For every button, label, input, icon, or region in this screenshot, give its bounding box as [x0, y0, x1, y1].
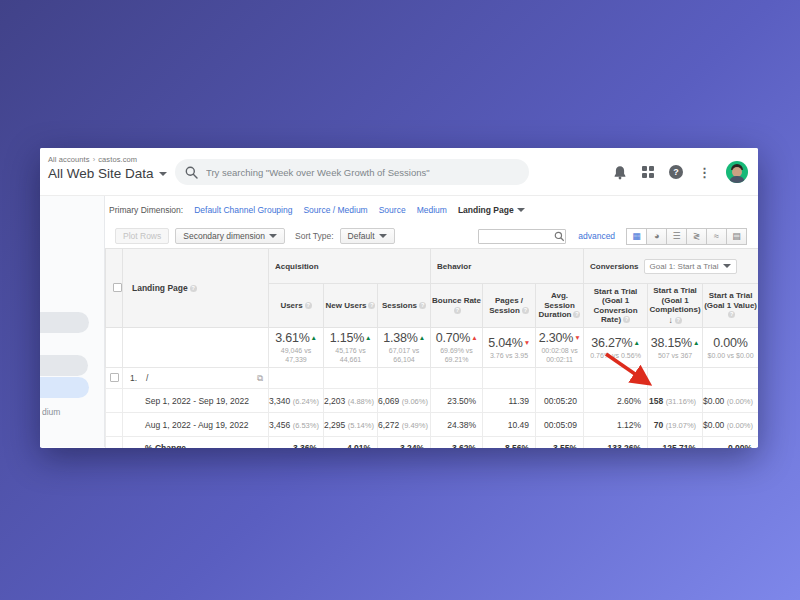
view-percentage-icon[interactable]: ◕: [646, 228, 667, 245]
view-performance-icon[interactable]: ☰: [666, 228, 687, 245]
view-table-icon[interactable]: ▦: [626, 228, 647, 245]
nav-partial-label: dium: [42, 407, 60, 417]
delta-arrow-icon: ▲: [365, 334, 371, 341]
primary-dimension-label: Primary Dimension:: [109, 205, 183, 215]
delta-arrow-icon: ▲: [693, 339, 699, 346]
column-header-users[interactable]: Users: [269, 284, 324, 328]
help-icon[interactable]: ?: [669, 165, 683, 179]
date-range-label: Aug 1, 2022 - Aug 19, 2022: [123, 413, 269, 437]
analytics-window: All accountscastos.com All Web Site Data…: [40, 148, 758, 448]
delta-arrow-icon: ▲: [471, 334, 477, 341]
breadcrumb-all-accounts[interactable]: All accounts: [48, 155, 90, 164]
goal-selector-dropdown[interactable]: Goal 1: Start a Trial: [644, 259, 738, 274]
caret-down-icon: [269, 234, 277, 238]
table-row: Aug 1, 2022 - Aug 19, 2022 3,456 (6.53%)…: [106, 413, 759, 437]
chevron-right-icon: [93, 155, 96, 164]
table-search-box[interactable]: [478, 229, 566, 244]
summary-sessions: 1.38%▲67,017 vs 66,104: [378, 328, 431, 368]
global-search-bar[interactable]: [175, 159, 529, 185]
delta-arrow-icon: ▼: [524, 339, 530, 346]
dimension-source[interactable]: Source: [379, 205, 406, 215]
breadcrumb-account[interactable]: castos.com: [98, 155, 137, 164]
column-header-bounce-rate[interactable]: Bounce Rate: [431, 284, 483, 328]
report-toolbar: Plot Rows Secondary dimension Sort Type:…: [105, 224, 758, 248]
caret-down-icon: [723, 264, 731, 268]
apps-grid-icon[interactable]: [642, 166, 654, 178]
help-icon[interactable]: [623, 316, 630, 323]
percent-change-row: % Change -3.36% -4.01% -3.24% -3.62% 8.5…: [106, 437, 759, 448]
notifications-icon[interactable]: [613, 165, 627, 180]
group-header-conversions: Conversions Goal 1: Start a Trial: [584, 249, 758, 284]
secondary-dimension-button[interactable]: Secondary dimension: [175, 228, 285, 244]
property-selector[interactable]: All Web Site Data: [48, 166, 167, 181]
column-header-goal-value[interactable]: Start a Trial (Goal 1 Value): [703, 284, 758, 328]
sort-desc-icon[interactable]: ↓: [668, 315, 672, 325]
caret-down-icon: [159, 172, 167, 176]
search-icon: [554, 231, 565, 242]
group-header-acquisition: Acquisition: [269, 249, 431, 284]
help-icon[interactable]: [675, 317, 682, 324]
view-switcher: ▦ ◕ ☰ ≷ ≈ ▤: [627, 228, 747, 245]
open-page-icon[interactable]: ⧉: [257, 373, 263, 384]
view-term-cloud-icon[interactable]: ≈: [706, 228, 727, 245]
avatar[interactable]: [726, 161, 748, 183]
account-switcher[interactable]: All accountscastos.com All Web Site Data: [48, 155, 167, 181]
help-icon[interactable]: [522, 307, 529, 314]
column-header-goal-conversion-rate[interactable]: Start a Trial (Goal 1 Conversion Rate): [584, 284, 648, 328]
summary-bounce-rate: 0.70%▲69.69% vs 69.21%: [431, 328, 483, 368]
column-header-landing-page[interactable]: Landing Page: [123, 249, 269, 328]
nav-skeleton-pill: [40, 312, 89, 333]
sort-type-dropdown[interactable]: Default: [340, 228, 395, 244]
summary-new-users: 1.15%▲45,176 vs 44,661: [324, 328, 378, 368]
table-search-input[interactable]: [479, 232, 554, 241]
select-all-checkbox[interactable]: [113, 283, 122, 292]
property-name: All Web Site Data: [48, 166, 154, 181]
nav-skeleton-pill: [40, 355, 88, 376]
report-table: Landing Page Acquisition Behavior Conver…: [105, 248, 758, 448]
dimension-landing-page-selected[interactable]: Landing Page: [458, 205, 525, 215]
help-icon[interactable]: [419, 302, 426, 309]
landing-page-value[interactable]: /: [146, 373, 148, 383]
primary-dimension-row: Primary Dimension: Default Channel Group…: [105, 196, 758, 224]
help-icon[interactable]: [573, 311, 580, 318]
group-header-behavior: Behavior: [431, 249, 584, 284]
column-header-sessions[interactable]: Sessions: [378, 284, 431, 328]
delta-arrow-icon: ▼: [574, 334, 580, 341]
help-icon[interactable]: [368, 302, 375, 309]
column-header-pages-session[interactable]: Pages / Session: [483, 284, 536, 328]
summary-completions: 38.15%▲507 vs 367: [648, 328, 703, 368]
column-header-new-users[interactable]: New Users: [324, 284, 378, 328]
nav-active-pill[interactable]: [40, 377, 89, 398]
column-header-avg-session-duration[interactable]: Avg. Session Duration: [536, 284, 584, 328]
delta-arrow-icon: ▲: [311, 334, 317, 341]
caret-down-icon: [517, 208, 525, 212]
summary-avg-duration: 2.30%▼00:02:08 vs 00:02:11: [536, 328, 584, 368]
highlighted-completions-cell: 158 (31.16%): [648, 389, 703, 413]
summary-goal-value: 0.00%$0.00 vs $0.00: [703, 328, 758, 368]
delta-arrow-icon: ▲: [419, 334, 425, 341]
dimension-default-channel-grouping[interactable]: Default Channel Grouping: [194, 205, 292, 215]
help-icon[interactable]: [190, 285, 197, 292]
summary-conversion-rate: 36.27%▲0.76% vs 0.56%: [584, 328, 648, 368]
summary-users: 3.61%▲49,046 vs 47,339: [269, 328, 324, 368]
advanced-search-link[interactable]: advanced: [578, 231, 615, 241]
left-nav-panel: dium: [40, 196, 105, 447]
help-icon[interactable]: [305, 302, 312, 309]
dimension-medium[interactable]: Medium: [417, 205, 447, 215]
help-icon[interactable]: [728, 311, 735, 318]
summary-pages-session: 5.04%▼3.76 vs 3.95: [483, 328, 536, 368]
table-row: Sep 1, 2022 - Sep 19, 2022 3,340 (6.24%)…: [106, 389, 759, 413]
column-header-goal-completions[interactable]: Start a Trial (Goal 1 Completions) ↓: [648, 284, 703, 328]
view-pivot-icon[interactable]: ▤: [726, 228, 747, 245]
dimension-source-medium[interactable]: Source / Medium: [303, 205, 367, 215]
view-comparison-icon[interactable]: ≷: [686, 228, 707, 245]
search-icon: [185, 166, 198, 179]
help-icon[interactable]: [454, 307, 461, 314]
kebab-menu-icon[interactable]: ⋮: [698, 165, 711, 180]
row-index: 1.: [130, 373, 137, 383]
plot-rows-button[interactable]: Plot Rows: [115, 228, 169, 244]
delta-arrow-icon: ▲: [634, 339, 640, 346]
table-row[interactable]: 1./⧉: [106, 368, 759, 389]
row-checkbox[interactable]: [110, 373, 119, 382]
global-search-input[interactable]: [206, 167, 519, 178]
